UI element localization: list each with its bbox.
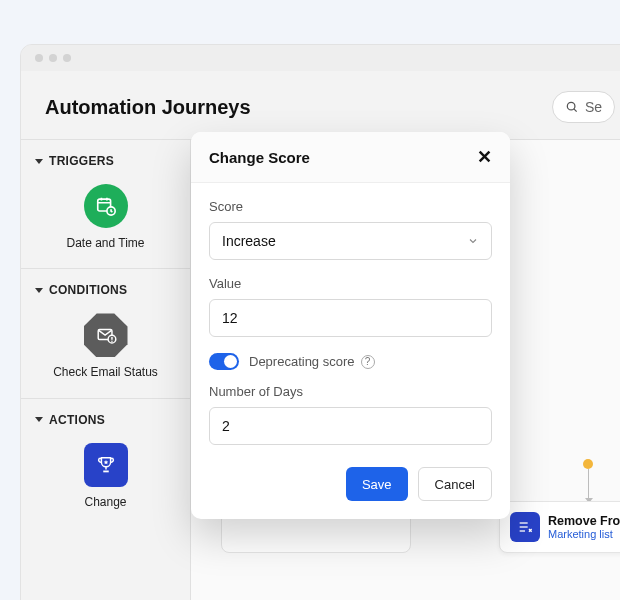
traffic-light-dot xyxy=(49,54,57,62)
svg-line-1 xyxy=(574,109,577,112)
deprecating-toggle[interactable] xyxy=(209,353,239,370)
calendar-clock-icon xyxy=(84,184,128,228)
canvas-connector-dot xyxy=(583,459,593,469)
cancel-button-label: Cancel xyxy=(435,477,475,492)
help-icon[interactable]: ? xyxy=(361,355,375,369)
save-button-label: Save xyxy=(362,477,392,492)
score-select-value: Increase xyxy=(222,233,276,249)
value-input-field[interactable] xyxy=(222,310,479,326)
close-icon[interactable]: ✕ xyxy=(477,148,492,166)
change-score-modal: Change Score ✕ Score Increase Value Depr… xyxy=(191,132,510,519)
sidebar-section-label: TRIGGERS xyxy=(49,154,114,168)
modal-footer: Save Cancel xyxy=(191,455,510,519)
sidebar-item-label: Check Email Status xyxy=(53,365,158,379)
modal-header: Change Score ✕ xyxy=(191,132,510,183)
sidebar-item-check-email-status[interactable]: Check Email Status xyxy=(21,297,190,398)
caret-down-icon xyxy=(35,159,43,164)
sidebar-section-label: ACTIONS xyxy=(49,413,105,427)
sidebar-section-actions[interactable]: ACTIONS xyxy=(21,399,190,427)
traffic-light-dot xyxy=(63,54,71,62)
days-input[interactable] xyxy=(209,407,492,445)
canvas-connector-arrow xyxy=(588,469,589,499)
search-icon xyxy=(565,100,579,114)
days-input-field[interactable] xyxy=(222,418,479,434)
remove-from-list-icon xyxy=(510,512,540,542)
envelope-alert-icon xyxy=(84,313,128,357)
deprecating-toggle-row: Deprecating score ? xyxy=(209,353,492,370)
save-button[interactable]: Save xyxy=(346,467,408,501)
window-titlebar xyxy=(21,45,620,71)
svg-point-10 xyxy=(111,341,112,342)
deprecating-label: Deprecating score xyxy=(249,354,355,369)
svg-point-0 xyxy=(567,102,575,110)
page-title: Automation Journeys xyxy=(45,96,251,119)
sidebar-item-label: Change xyxy=(84,495,126,509)
caret-down-icon xyxy=(35,288,43,293)
traffic-light-dot xyxy=(35,54,43,62)
days-label: Number of Days xyxy=(209,384,492,399)
sidebar-section-triggers[interactable]: TRIGGERS xyxy=(21,140,190,168)
value-label: Value xyxy=(209,276,492,291)
sidebar-section-conditions[interactable]: CONDITIONS xyxy=(21,269,190,297)
sidebar-item-label: Date and Time xyxy=(66,236,144,250)
sidebar-item-date-and-time[interactable]: Date and Time xyxy=(21,168,190,269)
modal-title: Change Score xyxy=(209,149,310,166)
canvas-node-subtitle: Marketing list xyxy=(548,528,620,540)
sidebar-item-change[interactable]: Change xyxy=(21,427,190,527)
deprecating-label-wrap: Deprecating score ? xyxy=(249,354,375,369)
caret-down-icon xyxy=(35,417,43,422)
trophy-icon xyxy=(84,443,128,487)
sidebar: TRIGGERS Date and Time CONDITIONS xyxy=(21,140,191,600)
score-label: Score xyxy=(209,199,492,214)
search-placeholder: Se xyxy=(585,99,602,115)
canvas-node-title: Remove From List xyxy=(548,514,620,528)
score-select[interactable]: Increase xyxy=(209,222,492,260)
canvas-node-texts: Remove From List Marketing list xyxy=(548,514,620,540)
search-input[interactable]: Se xyxy=(552,91,615,123)
modal-body: Score Increase Value Deprecating score ?… xyxy=(191,183,510,455)
chevron-down-icon xyxy=(467,235,479,247)
page-header: Automation Journeys Se xyxy=(21,71,620,139)
value-input[interactable] xyxy=(209,299,492,337)
canvas-node-remove-from-list[interactable]: Remove From List Marketing list xyxy=(499,501,620,553)
cancel-button[interactable]: Cancel xyxy=(418,467,492,501)
sidebar-section-label: CONDITIONS xyxy=(49,283,127,297)
